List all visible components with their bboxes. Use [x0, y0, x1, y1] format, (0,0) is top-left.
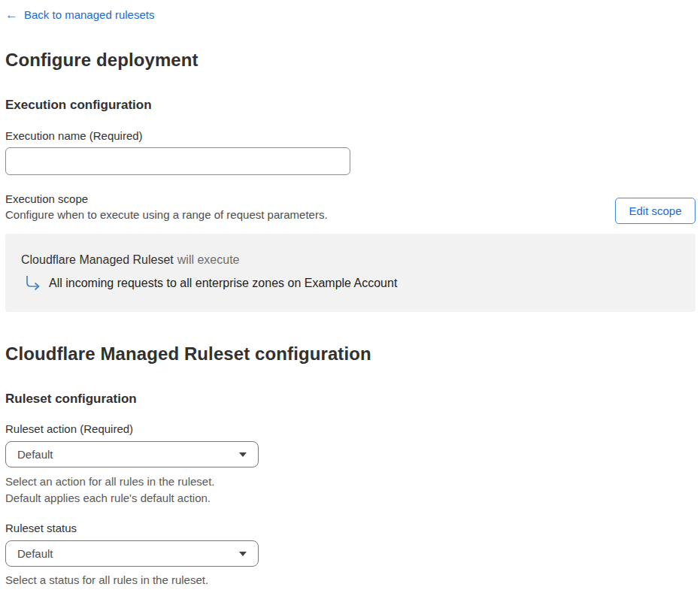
- execution-scope-description: Configure when to execute using a range …: [5, 208, 328, 221]
- execution-scope-text-block: Execution scope Configure when to execut…: [5, 192, 328, 221]
- ruleset-configuration-subheading: Ruleset configuration: [5, 392, 695, 407]
- scope-summary-suffix: will execute: [177, 253, 240, 266]
- execution-name-input[interactable]: [5, 147, 350, 175]
- ruleset-action-help-line: Select an action for all rules in the ru…: [5, 473, 695, 490]
- ruleset-status-help-line: Select a status for all rules in the rul…: [5, 572, 695, 588]
- scope-summary-detail: All incoming requests to all enterprise …: [49, 277, 397, 290]
- execution-configuration-heading: Execution configuration: [5, 98, 695, 113]
- execution-name-label: Execution name (Required): [5, 129, 695, 142]
- ruleset-configuration-section-heading: Cloudflare Managed Ruleset configuration: [5, 343, 695, 365]
- ruleset-status-value: Default: [17, 547, 53, 560]
- back-arrow-icon: ←: [5, 8, 18, 21]
- ruleset-action-help: Select an action for all rules in the ru…: [5, 473, 695, 507]
- scope-summary-box: Cloudflare Managed Rulesetwill execute A…: [5, 234, 695, 312]
- back-to-managed-rulesets-link[interactable]: ← Back to managed rulesets: [5, 8, 154, 21]
- ruleset-status-help: Select a status for all rules in the rul…: [5, 572, 695, 588]
- ruleset-status-select[interactable]: Default: [5, 540, 259, 567]
- dropdown-caret-icon: [239, 452, 247, 457]
- dropdown-caret-icon: [239, 552, 247, 556]
- configure-deployment-page: ← Back to managed rulesets Configure dep…: [0, 0, 700, 588]
- execution-scope-row: Execution scope Configure when to execut…: [5, 192, 695, 224]
- turn-down-right-arrow-icon: [24, 275, 41, 292]
- back-link-label: Back to managed rulesets: [24, 8, 154, 21]
- ruleset-action-value: Default: [17, 448, 53, 461]
- scope-summary-detail-row: All incoming requests to all enterprise …: [21, 275, 680, 292]
- ruleset-action-label: Ruleset action (Required): [5, 422, 695, 435]
- ruleset-action-help-line: Default applies each rule's default acti…: [5, 490, 695, 507]
- ruleset-status-label: Ruleset status: [5, 522, 695, 534]
- execution-scope-label: Execution scope: [5, 192, 328, 205]
- edit-scope-button[interactable]: Edit scope: [615, 198, 695, 224]
- scope-summary-headline: Cloudflare Managed Rulesetwill execute: [21, 253, 680, 267]
- ruleset-action-select[interactable]: Default: [5, 441, 259, 467]
- page-title: Configure deployment: [5, 50, 695, 71]
- scope-summary-ruleset-name: Cloudflare Managed Ruleset: [21, 253, 174, 266]
